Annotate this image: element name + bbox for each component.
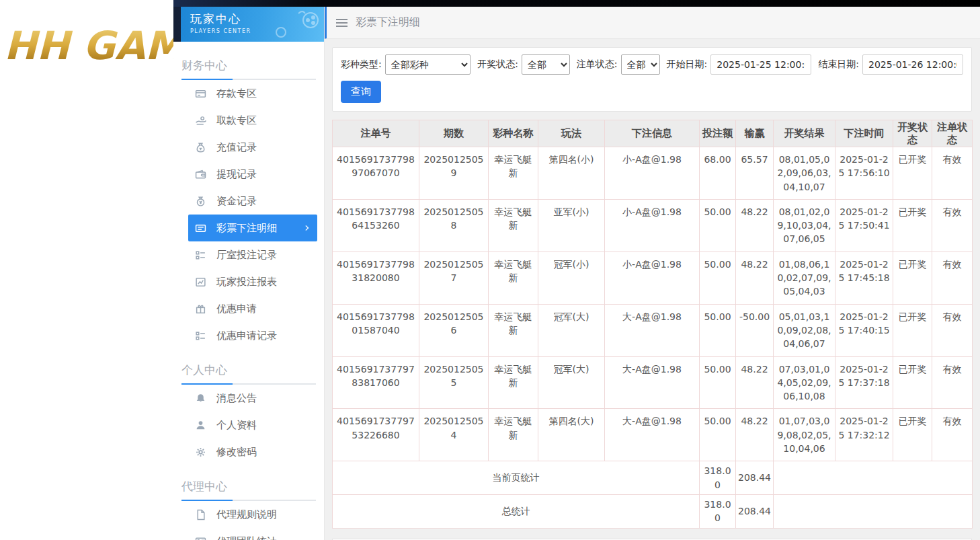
table-cell: 已开奖 (893, 147, 932, 200)
deposit-icon (195, 88, 206, 100)
table-cell: 已开奖 (893, 409, 932, 461)
table-row: 40156917377978381706020250125055幸运飞艇新冠军(… (333, 356, 973, 409)
end-date-label: 结束日期: (818, 59, 859, 71)
menu-toggle-icon[interactable] (336, 19, 348, 27)
players-center-banner: 玩家中心 PLAYERS CENTER (181, 7, 324, 42)
sidebar-item[interactable]: 优惠申请记录 (188, 322, 317, 349)
filter-panel: 彩种类型: 全部彩种 开奖状态: 全部 注单状态: 全部 开始日期: 结束日期:… (332, 47, 972, 112)
table-cell: 401569173779831820080 (333, 252, 419, 304)
sidebar-item[interactable]: 优惠申请 (188, 295, 317, 322)
start-date-input[interactable] (710, 54, 811, 75)
sidebar-item[interactable]: 取款专区 (188, 107, 317, 134)
promo-record-icon (195, 330, 206, 342)
sidebar-item[interactable]: 提现记录 (188, 161, 317, 188)
query-button[interactable]: 查询 (341, 81, 381, 103)
summary-bet-total: 318.00 (700, 494, 736, 528)
hall-bets-icon (195, 249, 206, 261)
table-cell: 20250125056 (419, 304, 489, 356)
sidebar-item[interactable]: 彩票下注明细 (188, 215, 317, 241)
table-cell: 20250125055 (419, 356, 489, 409)
table-cell: 幸运飞艇新 (489, 199, 538, 252)
sidebar-item-label: 取款专区 (216, 114, 257, 127)
table-cell: 大-A盘@1.98 (605, 304, 700, 356)
table-cell: 2025-01-25 17:50:41 (835, 199, 893, 252)
lottery-type-select[interactable]: 全部彩种 (385, 54, 471, 75)
lottery-bets-icon (195, 223, 206, 234)
sidebar-item[interactable]: 代理团队统计 (188, 528, 317, 540)
section-title: 财务中心 (173, 42, 324, 79)
withdraw-icon (195, 115, 206, 126)
summary-label: 总统计 (333, 494, 700, 528)
table-cell: 亚军(小) (538, 199, 605, 252)
table-cell: 有效 (932, 147, 973, 200)
sidebar-item[interactable]: 资金记录 (188, 188, 317, 215)
column-header: 开奖状态 (893, 120, 932, 147)
funds-record-icon (195, 196, 206, 207)
table-row: 40156917377975322668020250125054幸运飞艇新第四名… (333, 409, 973, 461)
table-cell: 冠军(大) (538, 356, 605, 409)
table-row: 40156917377989706707020250125059幸运飞艇新第四名… (333, 147, 973, 200)
order-status-label: 注单状态: (577, 59, 618, 71)
column-header: 彩种名称 (489, 120, 538, 147)
column-header: 玩法 (538, 120, 605, 147)
bets-table-panel: 注单号期数彩种名称玩法下注信息投注额输赢开奖结果下注时间开奖状态注单状态 401… (332, 120, 972, 529)
sidebar-item-label: 充值记录 (216, 141, 257, 154)
person-icon (195, 420, 206, 431)
document-icon (195, 509, 206, 520)
table-cell: 20250125058 (419, 199, 489, 252)
table-cell: 大-A盘@1.98 (605, 409, 700, 461)
sidebar-item[interactable]: 修改密码 (188, 438, 317, 465)
table-cell: 01,08,06,10,02,07,09,05,04,03 (774, 252, 835, 304)
sidebar-item[interactable]: 消息公告 (188, 385, 317, 412)
table-cell: 已开奖 (893, 356, 932, 409)
sidebar-item-label: 厅室投注记录 (216, 249, 277, 262)
lottery-type-label: 彩种类型: (341, 59, 382, 71)
table-cell: 20250125054 (419, 409, 489, 461)
gear-icon (195, 447, 206, 458)
table-cell: 2025-01-25 17:37:18 (835, 356, 893, 409)
sidebar-item-label: 彩票下注明细 (216, 222, 277, 235)
sidebar-item[interactable]: 充值记录 (188, 134, 317, 161)
summary-empty (774, 494, 973, 528)
bets-table: 注单号期数彩种名称玩法下注信息投注额输赢开奖结果下注时间开奖状态注单状态 401… (332, 120, 973, 529)
summary-row: 总统计318.00208.44 (333, 494, 973, 528)
column-header: 输赢 (736, 120, 774, 147)
table-cell: 68.00 (700, 147, 736, 200)
bell-icon (195, 393, 206, 404)
table-cell: 小-A盘@1.98 (605, 252, 700, 304)
end-date-input[interactable] (862, 54, 963, 75)
column-header: 期数 (419, 120, 489, 147)
sidebar-item[interactable]: 个人资料 (188, 412, 317, 438)
table-cell: 08,01,02,09,10,03,04,07,06,05 (774, 199, 835, 252)
table-cell: 07,03,01,04,05,02,09,06,10,08 (774, 356, 835, 409)
main-content: 彩票下注明细 彩种类型: 全部彩种 开奖状态: 全部 注单状态: 全部 开始日期… (324, 7, 980, 540)
table-row: 40156917377983182008020250125057幸运飞艇新冠军(… (333, 252, 973, 304)
summary-winloss-total: 208.44 (736, 494, 774, 528)
table-cell: 48.22 (736, 199, 774, 252)
table-cell: 有效 (932, 356, 973, 409)
table-cell: 冠军(小) (538, 252, 605, 304)
table-cell: 48.22 (736, 252, 774, 304)
column-header: 投注额 (700, 120, 736, 147)
chevron-right-icon (303, 224, 311, 232)
order-status-select[interactable]: 全部 (621, 54, 660, 75)
promo-apply-icon (195, 303, 206, 315)
draw-status-select[interactable]: 全部 (522, 54, 570, 75)
table-cell: 50.00 (700, 356, 736, 409)
table-cell: 48.22 (736, 356, 774, 409)
sidebar-item-label: 代理规则说明 (216, 508, 277, 521)
table-cell: 幸运飞艇新 (489, 304, 538, 356)
sidebar-item[interactable]: 厅室投注记录 (188, 241, 317, 268)
sidebar-item[interactable]: 存款专区 (188, 80, 317, 107)
table-cell: 401569173779801587040 (333, 304, 419, 356)
table-cell: 05,01,03,10,09,02,08,04,06,07 (774, 304, 835, 356)
table-cell: 401569173779783817060 (333, 356, 419, 409)
summary-row: 当前页统计318.00208.44 (333, 461, 973, 495)
table-cell: 有效 (932, 304, 973, 356)
sidebar-item[interactable]: 代理规则说明 (188, 501, 317, 528)
column-header: 注单状态 (932, 120, 973, 147)
sidebar-item[interactable]: 玩家投注报表 (188, 268, 317, 295)
sidebar-item-label: 优惠申请 (216, 303, 257, 315)
top-black-bar (173, 0, 980, 7)
sidebar-item-label: 提现记录 (216, 168, 257, 181)
